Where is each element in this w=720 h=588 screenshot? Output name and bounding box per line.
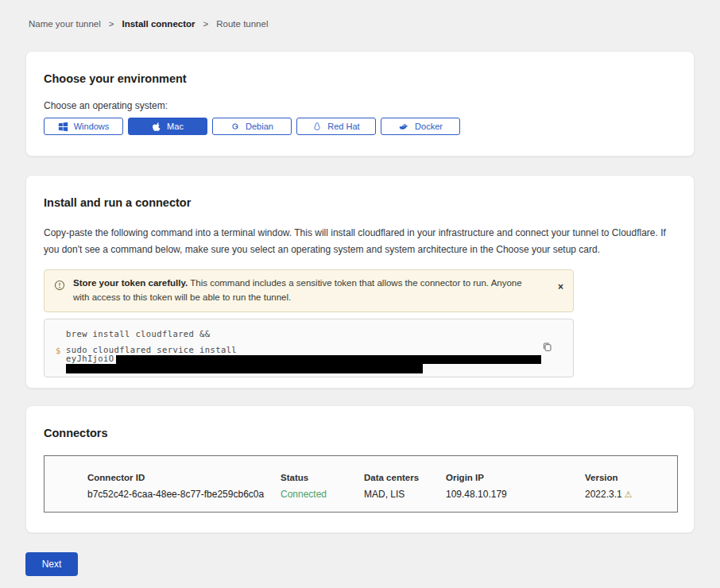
- code-line-token-2: [66, 364, 541, 373]
- apple-icon: [152, 122, 161, 132]
- next-button[interactable]: Next: [25, 552, 78, 576]
- connectors-card-title: Connectors: [44, 427, 676, 439]
- os-button-row: Windows Mac Debian Red Hat Docker: [44, 118, 676, 135]
- choose-environment-card: Choose your environment Choose an operat…: [25, 51, 695, 157]
- breadcrumb-separator: >: [109, 19, 114, 29]
- install-connector-card: Install and run a connector Copy-paste t…: [25, 175, 695, 389]
- cell-status: Connected: [281, 489, 364, 500]
- environment-card-title: Choose your environment: [44, 72, 676, 85]
- cell-version: 2022.3.1⚠: [585, 489, 677, 500]
- token-redaction-bar: [66, 364, 423, 373]
- windows-icon: [58, 122, 68, 132]
- code-line-token: eyJhIjoiO: [66, 354, 541, 364]
- os-button-label: Mac: [167, 122, 184, 131]
- code-line-sudo: sudo cloudflared service install: [66, 346, 541, 355]
- breadcrumb-step-install-connector[interactable]: Install connector: [122, 19, 195, 29]
- token-warning-bold: Store your token carefully.: [73, 278, 188, 288]
- token-redaction-bar: [116, 355, 541, 364]
- connectors-table-header: Connector ID Status Data centers Origin …: [87, 473, 677, 482]
- header-data-centers: Data centers: [364, 473, 446, 482]
- alert-circle-icon: [54, 280, 65, 294]
- breadcrumb-step-name-tunnel[interactable]: Name your tunnel: [29, 19, 101, 29]
- version-warning-icon: ⚠: [625, 489, 633, 499]
- install-command-code-block: brew install cloudflared && $ sudo cloud…: [44, 319, 574, 377]
- os-button-docker[interactable]: Docker: [381, 118, 460, 135]
- token-warning-text: Store your token carefully. This command…: [73, 277, 565, 305]
- cell-connector-id: b7c52c42-6caa-48ee-8c77-fbe259cb6c0a: [87, 489, 281, 500]
- redhat-icon: [312, 122, 322, 132]
- docker-icon: [398, 122, 409, 131]
- breadcrumb-separator: >: [203, 19, 209, 29]
- os-button-label: Red Hat: [327, 122, 359, 131]
- token-warning-banner: Store your token carefully. This command…: [44, 269, 574, 312]
- breadcrumb-step-route-tunnel[interactable]: Route tunnel: [216, 19, 268, 29]
- header-version: Version: [585, 473, 677, 482]
- table-row: b7c52c42-6caa-48ee-8c77-fbe259cb6c0a Con…: [87, 489, 677, 500]
- close-icon[interactable]: ×: [558, 282, 563, 292]
- copy-icon[interactable]: [540, 340, 554, 356]
- install-card-title: Install and run a connector: [44, 196, 676, 209]
- header-origin-ip: Origin IP: [446, 473, 585, 482]
- os-button-label: Windows: [74, 122, 110, 131]
- header-status: Status: [281, 473, 364, 482]
- code-line-brew: brew install cloudflared &&: [66, 329, 562, 338]
- install-card-description: Copy-paste the following command into a …: [44, 225, 676, 257]
- os-button-windows[interactable]: Windows: [44, 118, 123, 135]
- os-select-label: Choose an operating system:: [44, 100, 676, 111]
- os-button-label: Debian: [246, 122, 273, 131]
- debian-icon: [230, 122, 240, 131]
- cell-origin-ip: 109.48.10.179: [446, 489, 585, 500]
- os-button-label: Docker: [415, 122, 443, 131]
- connectors-table: Connector ID Status Data centers Origin …: [44, 455, 678, 513]
- breadcrumb: Name your tunnel > Install connector > R…: [0, 0, 720, 29]
- shell-prompt: $: [56, 346, 66, 373]
- os-button-debian[interactable]: Debian: [212, 118, 292, 135]
- os-button-redhat[interactable]: Red Hat: [296, 118, 376, 135]
- header-connector-id: Connector ID: [87, 473, 281, 482]
- os-button-mac[interactable]: Mac: [128, 118, 207, 135]
- connectors-card: Connectors Connector ID Status Data cent…: [25, 405, 695, 533]
- cell-data-centers: MAD, LIS: [364, 489, 446, 500]
